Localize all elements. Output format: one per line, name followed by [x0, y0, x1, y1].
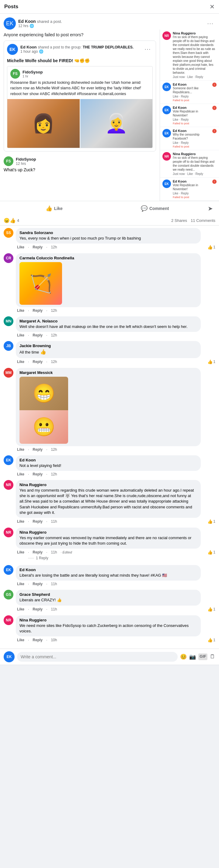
comment-dot: ·	[46, 308, 47, 313]
comment-reply-btn[interactable]: Reply	[33, 245, 43, 249]
comment-button[interactable]: 💬 Comment	[105, 203, 206, 214]
shared-post-text: Michelle Wolfe should be FIRED! 🤜✊✊	[4, 58, 156, 66]
comment-author[interactable]: Grace Shepherd	[20, 592, 197, 597]
comment-author[interactable]: Nina Ruggiero	[20, 618, 197, 622]
like-button[interactable]: 👍 Like	[4, 203, 105, 214]
nested-post-author[interactable]: FidoSysop	[23, 70, 43, 74]
comment-dot: ·	[46, 447, 47, 452]
comment-reply-btn[interactable]: Reply	[33, 333, 43, 337]
emoji-icon[interactable]: 😊	[180, 653, 187, 660]
comment-time: 12h	[51, 447, 57, 452]
right-item-text: Someone don't like Republicans...	[173, 86, 211, 94]
comment-reply-btn[interactable]: Reply	[33, 607, 43, 611]
comment-dot: ·	[46, 245, 47, 249]
comments-section: SS Sandra Solorzano Yes, every now & the…	[0, 225, 219, 649]
comment-dot: ·	[46, 519, 47, 524]
comment-reply-btn[interactable]: Reply	[33, 550, 43, 554]
comments-count[interactable]: 11 Comments	[191, 218, 215, 223]
comment-like-btn[interactable]: Like	[17, 333, 24, 337]
gif-icon[interactable]: GIF	[198, 653, 208, 660]
comment-bubble: Ed Koon Liberal's are losing the battle …	[16, 565, 201, 581]
comment-like-btn[interactable]: Like	[17, 308, 24, 313]
right-item-actions: Like · Reply	[173, 192, 211, 195]
comment-item: GS Grace Shepherd Liberals are CRAZY! 👍 …	[4, 590, 215, 611]
comment-time: 11h	[51, 582, 57, 586]
nested-post-avatar: FS	[10, 69, 20, 79]
main-post-author[interactable]: Ed Koon	[18, 19, 36, 24]
comment-author[interactable]: Jackie Browning	[20, 343, 197, 348]
comment-author[interactable]: Ed Koon	[20, 458, 197, 462]
nested-image-right: 👩‍🦳	[80, 99, 153, 148]
comment-dot: ·	[28, 582, 29, 586]
right-item-name: Nina Ruggiero	[173, 152, 217, 156]
comment-like-count: 👍1	[208, 550, 215, 555]
comment-like-btn[interactable]: Like	[17, 550, 24, 554]
right-item-avatar: NR	[162, 152, 171, 161]
comment-dot: ·	[46, 472, 47, 476]
comment-dot: ·	[28, 360, 29, 364]
sticker-icon[interactable]: 🗒	[210, 653, 215, 660]
right-item-name: Ed Koon	[173, 106, 211, 110]
share-arrow-icon[interactable]: ➤	[205, 203, 215, 215]
comment-dot: ·	[28, 245, 29, 249]
comment-text: Yes my earlier comment was removed by ma…	[20, 535, 197, 546]
comment-author[interactable]: Ed Koon	[20, 567, 197, 572]
comment-bubble: Sandra Solorzano Yes, every now & then w…	[16, 228, 201, 244]
comment-bubble: Nina Ruggiero Yes my earlier comment was…	[16, 528, 201, 549]
comment-like-btn[interactable]: Like	[17, 582, 24, 586]
comment-reply-btn[interactable]: Reply	[33, 519, 43, 524]
shared-post-more-btn[interactable]: ···	[143, 44, 153, 54]
comment-like-btn[interactable]: Like	[17, 638, 24, 642]
comment-avatar: NR	[4, 528, 13, 537]
comment-item: EK Ed Koon Not a level playing field! Li…	[4, 455, 215, 476]
main-post-more-btn[interactable]: ···	[206, 19, 215, 28]
fido-post-text: What's up Zuck?	[4, 167, 156, 172]
comment-reply-btn[interactable]: Reply	[33, 638, 43, 642]
shared-post-author[interactable]: Ed Koon	[21, 45, 36, 50]
comment-like-count: 👍1	[208, 607, 215, 612]
comment-time: 12h	[51, 308, 57, 313]
comment-reply-btn[interactable]: Reply	[33, 447, 43, 452]
comment-item: NR Nina Ruggiero Yes and my comments reg…	[4, 480, 215, 524]
comment-author[interactable]: Margaret Messick	[20, 370, 197, 375]
comment-reply-btn[interactable]: Reply	[33, 582, 43, 586]
comment-like-btn[interactable]: Like	[17, 447, 24, 452]
camera-icon[interactable]: 📷	[189, 653, 196, 660]
comment-like-btn[interactable]: Like	[17, 472, 24, 476]
comment-like-btn[interactable]: Like	[17, 607, 24, 611]
comment-like-count: 👍1	[208, 359, 215, 364]
write-comment-bar: EK 😊 📷 GIF 🗒	[0, 649, 219, 665]
comment-author[interactable]: Margaret A. Nolasco	[20, 319, 197, 323]
comment-author[interactable]: Nina Ruggiero	[20, 530, 197, 534]
comment-icon: 💬	[141, 205, 148, 212]
comment-like-btn[interactable]: Like	[17, 360, 24, 364]
comment-like-btn[interactable]: Like	[17, 519, 24, 524]
comment-author[interactable]: Sandra Solorzano	[20, 230, 197, 235]
comment-reply-btn[interactable]: Reply	[33, 360, 43, 364]
comment-reply-btn[interactable]: Reply	[33, 308, 43, 313]
reply-thread[interactable]: 1 Reply	[16, 555, 215, 561]
shared-post-time: 1 hour ago	[21, 50, 38, 54]
write-comment-avatar: EK	[4, 651, 14, 662]
comment-item: MM Margaret Messick 😁 😬 Like · Reply	[4, 368, 215, 452]
comment-author[interactable]: Carmela Coluccio Rondinella	[20, 256, 197, 260]
failed-badge: !	[212, 129, 217, 133]
comment-author[interactable]: Nina Ruggiero	[20, 483, 197, 487]
posts-title: Posts	[4, 4, 18, 10]
shared-post-group[interactable]: THE TRUMP DEPLORABLES.	[83, 45, 134, 50]
comment-like-count: 👍1	[208, 245, 215, 250]
comment-item: SS Sandra Solorzano Yes, every now & the…	[4, 228, 215, 250]
right-item-actions: Just now · Like · Reply	[173, 75, 217, 79]
shares-count[interactable]: 2 Shares	[171, 218, 187, 223]
comment-bubble: Nina Ruggiero We need more sites like Fi…	[16, 615, 201, 637]
fido-author[interactable]: FidoSysop	[16, 157, 36, 161]
comment-like-btn[interactable]: Like	[17, 245, 24, 249]
main-post-action: shared a post.	[37, 19, 62, 24]
comment-dot: ·	[46, 582, 47, 586]
comment-collage: 😁 😬	[20, 377, 68, 444]
comment-reply-btn[interactable]: Reply	[33, 472, 43, 476]
close-icon[interactable]: ✕	[210, 3, 215, 10]
write-comment-input[interactable]	[17, 652, 178, 662]
comment-text: Liberal's are losing the battle and are …	[20, 573, 197, 578]
comment-dot: ·	[28, 638, 29, 642]
